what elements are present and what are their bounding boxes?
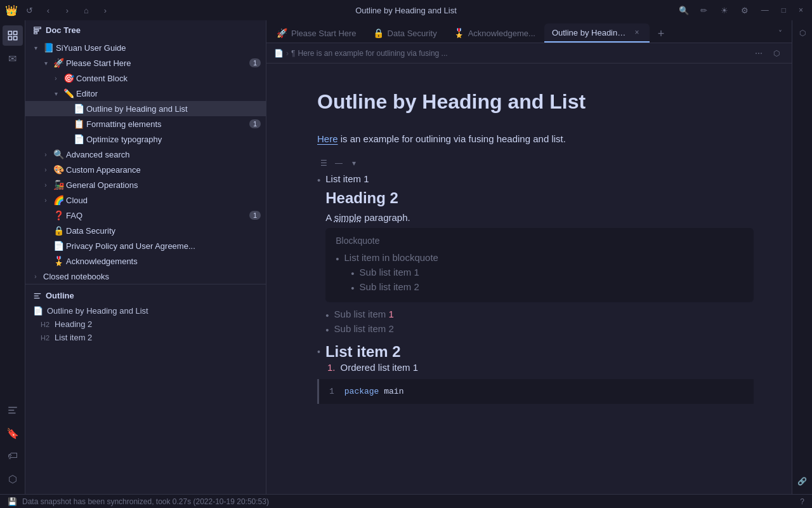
siyuan-label: SiYuan User Guide (56, 43, 261, 53)
outline-h2-tag1: H2 (41, 321, 49, 328)
status-right: ? (800, 497, 804, 506)
blockquote-label: Blockquote (336, 236, 743, 246)
svg-rect-0 (8, 31, 11, 34)
pencil-button[interactable]: ✏ (697, 3, 712, 18)
outline-header-icon (33, 291, 42, 300)
forward-button[interactable]: › (60, 3, 75, 18)
nav-next-button[interactable]: › (98, 3, 113, 18)
chevron-general: › (41, 180, 51, 190)
search-button[interactable]: 🔍 (676, 3, 691, 18)
tab-please[interactable]: 🚀 Please Start Here (269, 23, 364, 43)
activity-bookmark[interactable]: 🔖 (3, 423, 23, 443)
activity-bar: ✉ 🔖 🏷 ⬡ (0, 20, 25, 494)
tab-please-icon: 🚀 (277, 28, 287, 38)
tree-item-cloud[interactable]: › 🌈 Cloud (25, 192, 266, 208)
heading-2: Heading 2 (325, 189, 754, 207)
tree-item-acks[interactable]: 🎖️ Acknowledgements (25, 253, 266, 269)
breadcrumb-para-icon[interactable]: ¶ (291, 49, 295, 58)
settings-button[interactable]: ⚙ (737, 3, 752, 18)
activity-outline[interactable] (3, 400, 23, 420)
typography-icon: 📄 (74, 134, 84, 144)
outline-item-main[interactable]: 📄 Outline by Heading and List (25, 304, 266, 318)
tab-bar: 🚀 Please Start Here 🔒 Data Security 🎖️ A… (266, 20, 792, 43)
blockquote: Blockquote • List item in blockquote • S… (325, 228, 754, 302)
list-bullet-1: • (317, 175, 320, 185)
back-button[interactable]: ‹ (41, 3, 56, 18)
refresh-button[interactable]: ↺ (22, 3, 37, 18)
outline-header-label: Outline (46, 291, 74, 300)
crown-icon: 👑 (5, 4, 18, 17)
outline-item-heading2[interactable]: H2 Heading 2 (25, 318, 266, 331)
tab-outline-close[interactable]: × (632, 27, 642, 37)
list-tool-chevron[interactable]: ▾ (348, 157, 360, 170)
bq-item-label: List item in blockquote (344, 252, 438, 263)
tab-datasec[interactable]: 🔒 Data Security (365, 23, 445, 43)
advsearch-label: Advanced search (66, 150, 261, 159)
list-tool-outline[interactable]: ☰ (317, 157, 330, 170)
list-item-1-content: List item 1 Heading 2 A simple paragraph… (325, 173, 754, 337)
titlebar-left: 👑 ↺ ‹ › ⌂ › (5, 3, 113, 18)
status-message: Data snapshot has been synchronized, too… (22, 497, 269, 506)
activity-inbox[interactable]: ✉ (3, 48, 23, 69)
tree-item-appearance[interactable]: › 🎨 Custom Appearance (25, 162, 266, 177)
sidebar-header: Doc Tree (25, 20, 266, 40)
paragraph-1: A simple paragraph. (325, 212, 754, 223)
tree-item-editor[interactable]: ▾ ✏️ Editor (25, 86, 266, 101)
link-btn[interactable]: 🔗 (795, 474, 810, 489)
tree-item-closed-notebooks[interactable]: › Closed notebooks (25, 269, 266, 284)
tree-item-content[interactable]: › 🎯 Content Block (25, 70, 266, 86)
breadcrumb: 📄 › ¶ Here is an example for outlining v… (266, 43, 792, 64)
outline-item-listitem2[interactable]: H2 List item 2 (25, 331, 266, 344)
code-block: 1package main (317, 379, 754, 404)
tab-ack[interactable]: 🎖️ Acknowledgeme... (446, 23, 543, 43)
faq-label: FAQ (66, 211, 247, 220)
tree-item-privacy[interactable]: 📄 Privacy Policy and User Agreeme... (25, 238, 266, 253)
breadcrumb-text[interactable]: Here is an example for outlining via fus… (298, 49, 447, 58)
activity-tag[interactable]: 🏷 (3, 446, 23, 466)
sub2-bullet: • (325, 324, 329, 335)
activity-graph[interactable]: ⬡ (3, 469, 23, 489)
home-button[interactable]: ⌂ (79, 3, 94, 18)
maximize-button[interactable]: □ (778, 6, 790, 15)
sub2-text: Sub list item 2 (334, 323, 394, 334)
acks-label: Acknowledgements (66, 257, 261, 266)
sidebar: Doc Tree ▾ 📘 SiYuan User Guide ▾ 🚀 Pleas… (25, 20, 266, 494)
bq-sub-item-1: • Sub list item 1 (336, 265, 743, 280)
advsearch-icon: 🔍 (53, 149, 63, 159)
tree-item-general[interactable]: › 🚂 General Operations (25, 177, 266, 192)
editor: Outline by Heading and List Here is an e… (266, 64, 792, 494)
right-panel-btn[interactable]: ⬡ (795, 25, 810, 41)
tab-outline[interactable]: Outline by Heading a... × (544, 23, 650, 43)
sun-button[interactable]: ☀ (717, 3, 732, 18)
main-container: ✉ 🔖 🏷 ⬡ Doc Tree ▾ 📘 SiYuan User Guide (0, 20, 812, 494)
status-bar: 💾 Data snapshot has been synchronized, t… (0, 494, 812, 508)
tab-add-button[interactable]: + (652, 25, 670, 43)
tree-item-siyuan[interactable]: ▾ 📘 SiYuan User Guide (25, 40, 266, 55)
breadcrumb-more-btn[interactable]: ⋯ (751, 46, 766, 61)
tab-more-button[interactable]: ˅ (771, 25, 789, 43)
tree-item-datasec[interactable]: 🔒 Data Security (25, 223, 266, 238)
list-tool-dash[interactable]: — (332, 157, 345, 170)
tree-item-advsearch[interactable]: › 🔍 Advanced search (25, 147, 266, 162)
ordered-num: 1. (327, 362, 336, 373)
bq-bullet-1: • (336, 253, 339, 264)
privacy-icon: 📄 (53, 241, 63, 251)
breadcrumb-panel-btn[interactable]: ⬡ (769, 46, 784, 61)
sidebar-title: Doc Tree (46, 25, 81, 35)
activity-doctree[interactable] (3, 25, 23, 46)
bq-sub2-label: Sub list item 2 (360, 281, 419, 292)
tree-item-faq[interactable]: ❓ FAQ 1 (25, 208, 266, 223)
chevron-typography (61, 134, 71, 144)
status-question[interactable]: ? (800, 497, 804, 506)
breadcrumb-doc-icon[interactable]: 📄 (274, 49, 284, 58)
tree-item-please[interactable]: ▾ 🚀 Please Start Here 1 (25, 55, 266, 70)
tree-item-formatting[interactable]: 📋 Formatting elements 1 (25, 116, 266, 131)
tree-item-typography[interactable]: 📄 Optimize typography (25, 131, 266, 147)
doc-intro-link[interactable]: Here (317, 133, 338, 144)
tree-item-outline-doc[interactable]: 📄 Outline by Heading and List (25, 101, 266, 116)
sub1-text: Sub list item 1 (334, 309, 394, 319)
minimize-button[interactable]: — (757, 6, 773, 15)
content-area: 🚀 Please Start Here 🔒 Data Security 🎖️ A… (266, 20, 792, 494)
close-button[interactable]: × (795, 6, 807, 15)
chevron-siyuan: ▾ (30, 43, 41, 53)
